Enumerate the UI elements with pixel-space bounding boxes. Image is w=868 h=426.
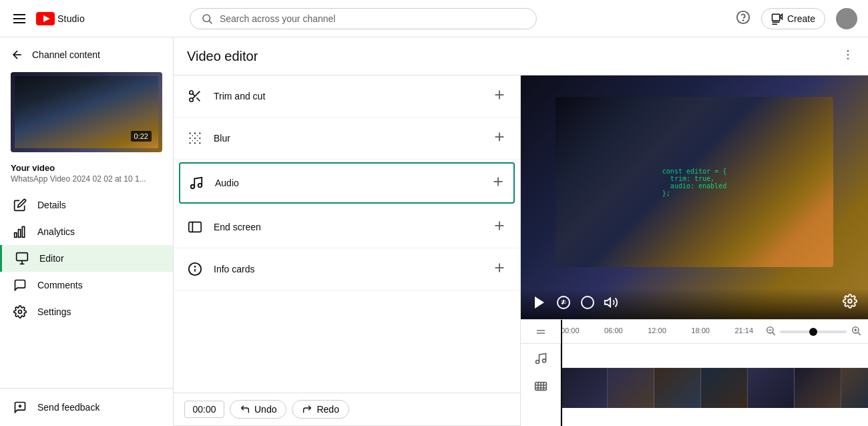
tool-trim-cut[interactable]: Trim and cut	[174, 75, 520, 118]
svg-point-33	[190, 138, 191, 139]
video-thumbnail: 0:22	[11, 72, 162, 152]
zoom-slider[interactable]	[780, 331, 847, 333]
thumb-image: 0:22	[11, 72, 162, 152]
create-label: Create	[787, 13, 815, 24]
info-cards-add-button[interactable]	[492, 260, 507, 278]
search-placeholder: Search across your channel	[220, 13, 525, 24]
feedback-icon	[13, 401, 27, 414]
sidebar-item-send-feedback[interactable]: Send feedback	[0, 394, 173, 421]
back-to-channel-content[interactable]: Channel content	[0, 37, 173, 67]
svg-point-46	[198, 184, 202, 188]
video-filmstrip	[561, 368, 868, 408]
rewind-button[interactable]: 10	[556, 294, 572, 310]
back-arrow-icon	[11, 48, 24, 61]
film-frame	[561, 368, 608, 408]
svg-rect-13	[22, 227, 24, 238]
blur-icon	[187, 130, 203, 146]
time-display: 00:00	[184, 401, 224, 418]
redo-button[interactable]: Redo	[292, 400, 349, 419]
more-options-button[interactable]	[841, 48, 855, 64]
undo-label: Undo	[254, 404, 276, 415]
audio-icon	[188, 175, 204, 191]
hamburger-menu[interactable]	[11, 11, 28, 26]
user-avatar[interactable]	[836, 8, 857, 29]
video-duration: 0:22	[131, 131, 152, 142]
time-mark-1800: 18:00	[691, 327, 710, 335]
info-cards-icon	[187, 261, 203, 277]
tool-audio-left: Audio	[188, 175, 239, 191]
time-mark-600: 06:00	[604, 327, 623, 335]
tool-end-screen[interactable]: End screen	[174, 206, 520, 248]
video-preview-area: const editor = { trim: true, audio: enab…	[521, 75, 868, 426]
forward-button[interactable]	[580, 294, 596, 310]
tool-audio[interactable]: Audio	[179, 162, 515, 204]
blur-add-button[interactable]	[492, 130, 507, 147]
volume-button[interactable]	[604, 295, 618, 310]
editor-title: Video editor	[187, 49, 258, 64]
help-button[interactable]	[736, 10, 750, 27]
video-info: Your video WhatsApp Video 2024 02 02 at …	[0, 158, 173, 192]
svg-point-63	[848, 299, 852, 303]
preview-controls: 10	[521, 288, 868, 319]
svg-point-37	[194, 142, 196, 144]
svg-point-2	[203, 15, 210, 22]
film-frame	[608, 368, 654, 408]
play-button[interactable]	[531, 294, 548, 310]
preview-settings-button[interactable]	[843, 294, 857, 311]
analytics-label: Analytics	[37, 226, 75, 237]
preview-video: const editor = { trim: true, audio: enab…	[521, 75, 868, 319]
trim-cut-add-button[interactable]	[492, 87, 507, 105]
topbar-right: Create	[736, 8, 857, 29]
svg-point-40	[197, 136, 198, 136]
undo-button[interactable]: Undo	[230, 400, 286, 419]
drag-handle-icon	[535, 327, 546, 337]
search-bar[interactable]: Search across your channel	[190, 8, 537, 29]
svg-point-20	[847, 50, 849, 52]
svg-point-39	[192, 136, 193, 136]
create-button[interactable]: Create	[761, 8, 825, 29]
settings-label: Settings	[37, 306, 71, 317]
svg-line-27	[192, 93, 195, 96]
zoom-in-button[interactable]	[851, 325, 861, 339]
timeline-ruler: 00:00 06:00 12:00 18:00 21:14	[521, 320, 868, 344]
content-area: Video editor	[174, 37, 868, 426]
zoom-slider-thumb[interactable]	[809, 328, 817, 336]
trim-cut-label: Trim and cut	[214, 91, 265, 101]
svg-point-17	[19, 310, 22, 314]
analytics-icon	[13, 225, 27, 238]
svg-point-38	[199, 142, 200, 144]
playhead-vertical	[561, 344, 562, 426]
svg-rect-49	[189, 222, 201, 232]
tools-panel: Trim and cut	[174, 75, 521, 426]
topbar: Studio Search across your channel Create	[0, 0, 868, 37]
time-mark-1200: 12:00	[648, 327, 666, 335]
undo-icon	[240, 404, 250, 415]
svg-point-36	[190, 142, 191, 144]
end-screen-add-button[interactable]	[492, 218, 507, 236]
editor-label: Editor	[39, 253, 64, 264]
info-cards-label: Info cards	[214, 264, 254, 274]
svg-point-31	[194, 133, 196, 134]
zoom-out-button[interactable]	[765, 325, 776, 339]
redo-label: Redo	[316, 404, 339, 415]
comments-label: Comments	[37, 280, 83, 290]
video-track-icon	[534, 381, 548, 397]
svg-marker-62	[605, 298, 610, 307]
main-layout: Channel content 0:22 Your video WhatsApp…	[0, 37, 868, 426]
svg-rect-12	[19, 230, 21, 238]
sidebar-item-editor[interactable]: Editor	[0, 245, 173, 272]
tool-blur[interactable]: Blur	[174, 118, 520, 160]
channel-content-label: Channel content	[32, 49, 100, 60]
settings-icon	[13, 305, 27, 318]
svg-point-34	[194, 138, 196, 139]
sidebar-item-comments[interactable]: Comments	[0, 272, 173, 298]
sidebar-item-analytics[interactable]: Analytics	[0, 218, 173, 245]
sidebar-item-settings[interactable]: Settings	[0, 298, 173, 325]
sidebar-item-details[interactable]: Details	[0, 192, 173, 218]
tool-info-cards[interactable]: Info cards	[174, 248, 520, 290]
svg-point-21	[847, 54, 849, 56]
time-mark-end: 21:14	[734, 327, 753, 335]
audio-add-button[interactable]	[491, 174, 505, 192]
time-marks-area: 00:00 06:00 12:00 18:00 21:14	[561, 320, 758, 344]
audio-label: Audio	[215, 178, 239, 188]
